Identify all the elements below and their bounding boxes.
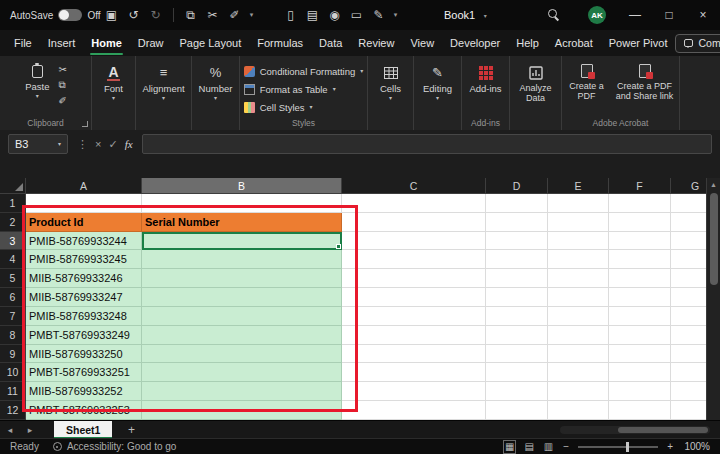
row-header-5[interactable]: 5 <box>0 269 26 288</box>
cell[interactable] <box>342 250 486 269</box>
cell[interactable] <box>609 269 671 288</box>
format-as-table-button[interactable]: Format as Table ▾ <box>244 82 364 97</box>
tab-data[interactable]: Data <box>311 30 350 56</box>
cell-styles-button[interactable]: Cell Styles ▾ <box>244 100 364 115</box>
cell-a10[interactable]: PMBT-58769933251 <box>26 363 142 382</box>
horizontal-scroll-thumb[interactable] <box>618 427 708 433</box>
formula-input[interactable] <box>142 134 712 154</box>
cell-b9[interactable] <box>142 345 342 364</box>
cell[interactable] <box>609 326 671 345</box>
cell[interactable] <box>548 232 609 251</box>
format-painter-button[interactable]: ✐ <box>58 95 66 106</box>
redo-icon[interactable]: ↻ <box>145 2 167 28</box>
zoom-out-icon[interactable]: − <box>562 441 570 453</box>
save-icon[interactable]: ▣ <box>101 2 123 28</box>
tab-insert[interactable]: Insert <box>40 30 84 56</box>
cell[interactable] <box>548 326 609 345</box>
cell-b5[interactable] <box>142 269 342 288</box>
row-header-4[interactable]: 4 <box>0 250 26 269</box>
number-dropdown-button[interactable]: % Number ▾ <box>195 61 237 130</box>
scroll-up-icon[interactable]: ▲ <box>710 178 717 191</box>
cell[interactable] <box>609 250 671 269</box>
cell[interactable] <box>486 232 548 251</box>
tab-help[interactable]: Help <box>508 30 547 56</box>
undo-icon[interactable]: ↺ <box>123 2 145 28</box>
page-break-view-icon[interactable]: ▥ <box>543 441 554 453</box>
cell[interactable] <box>548 307 609 326</box>
alignment-dropdown-button[interactable]: ≡ Alignment ▾ <box>138 61 188 130</box>
print-icon[interactable]: ▤ <box>302 2 324 28</box>
search-icon[interactable] <box>548 9 560 21</box>
cell[interactable] <box>342 401 486 420</box>
fill-handle[interactable] <box>336 244 341 249</box>
cell[interactable] <box>548 363 609 382</box>
chevron-down-icon[interactable]: ▾ <box>246 11 258 19</box>
cell[interactable] <box>548 194 609 213</box>
row-header-2[interactable]: 2 <box>0 213 26 232</box>
chevron-down-icon[interactable]: ▾ <box>390 11 402 19</box>
row-header-9[interactable]: 9 <box>0 345 26 364</box>
copy-button[interactable]: ⧉ <box>58 79 66 91</box>
font-dropdown-button[interactable]: A Font ▾ <box>100 61 127 130</box>
enter-icon[interactable]: ✓ <box>108 138 117 151</box>
cell[interactable] <box>548 250 609 269</box>
column-header-e[interactable]: E <box>548 178 609 194</box>
cell-a8[interactable]: PMBT-58769933249 <box>26 326 142 345</box>
cell[interactable] <box>342 269 486 288</box>
cell[interactable] <box>342 363 486 382</box>
tab-power-pivot[interactable]: Power Pivot <box>601 30 676 56</box>
cell-a6[interactable]: MIIB-58769933247 <box>26 288 142 307</box>
cell[interactable] <box>486 382 548 401</box>
row-header-1[interactable]: 1 <box>0 194 26 213</box>
cell[interactable] <box>609 401 671 420</box>
cell[interactable] <box>342 213 486 232</box>
close-button[interactable]: × <box>686 0 720 30</box>
cell[interactable] <box>486 307 548 326</box>
autosave-toggle[interactable] <box>58 9 82 21</box>
editing-dropdown-button[interactable]: ✎ Editing ▾ <box>419 61 456 130</box>
cell[interactable] <box>486 194 548 213</box>
cell[interactable] <box>548 382 609 401</box>
cell-a4[interactable]: PMIB-58769933245 <box>26 250 142 269</box>
cell-b4[interactable] <box>142 250 342 269</box>
cell[interactable] <box>609 382 671 401</box>
vertical-scroll-thumb[interactable] <box>710 193 718 285</box>
cell[interactable] <box>486 363 548 382</box>
cell-b10[interactable] <box>142 363 342 382</box>
pen-icon[interactable]: ✎ <box>368 2 390 28</box>
insert-function-icon[interactable]: fx <box>125 138 133 150</box>
cell-a2[interactable]: Product Id <box>26 213 142 232</box>
cell-b11[interactable] <box>142 382 342 401</box>
cell[interactable] <box>548 269 609 288</box>
row-header-12[interactable]: 12 <box>0 401 26 420</box>
cell-b12[interactable] <box>142 401 342 420</box>
cell[interactable] <box>342 382 486 401</box>
cell[interactable] <box>486 401 548 420</box>
tab-home[interactable]: Home <box>83 30 130 56</box>
dialog-launcher-icon[interactable] <box>82 121 88 127</box>
cell-a11[interactable]: MIIB-58769933252 <box>26 382 142 401</box>
row-header-11[interactable]: 11 <box>0 382 26 401</box>
cell-a5[interactable]: MIIB-58769933246 <box>26 269 142 288</box>
copy-icon[interactable]: ⧉ <box>180 2 202 28</box>
tab-developer[interactable]: Developer <box>442 30 508 56</box>
cell[interactable] <box>548 288 609 307</box>
autosave-control[interactable]: AutoSave Off <box>10 9 101 21</box>
cell-b7[interactable] <box>142 307 342 326</box>
cell[interactable] <box>609 232 671 251</box>
row-header-8[interactable]: 8 <box>0 326 26 345</box>
cell[interactable] <box>486 213 548 232</box>
row-header-7[interactable]: 7 <box>0 307 26 326</box>
maximize-button[interactable]: □ <box>652 0 686 30</box>
cells-dropdown-button[interactable]: Cells ▾ <box>376 61 405 130</box>
cell[interactable] <box>609 345 671 364</box>
column-header-f[interactable]: F <box>609 178 671 194</box>
cell[interactable] <box>486 269 548 288</box>
cell[interactable] <box>609 213 671 232</box>
tab-acrobat[interactable]: Acrobat <box>547 30 601 56</box>
cell[interactable] <box>609 194 671 213</box>
tab-page-layout[interactable]: Page Layout <box>171 30 249 56</box>
cell-a3[interactable]: PMIB-58769933244 <box>26 232 142 251</box>
row-header-10[interactable]: 10 <box>0 363 26 382</box>
drag-handle-icon[interactable]: ⋮ <box>77 138 88 151</box>
